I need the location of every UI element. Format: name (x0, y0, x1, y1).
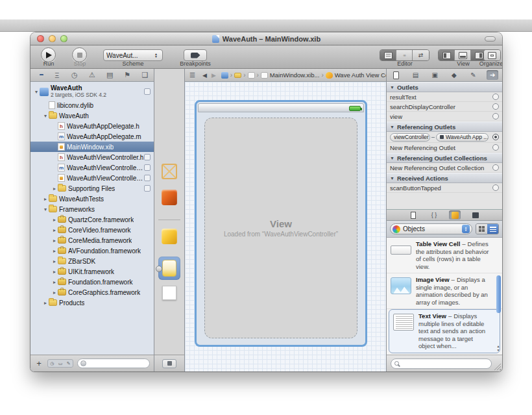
list-view-button[interactable] (487, 224, 498, 234)
project-breadcrumb-icon[interactable] (221, 72, 228, 79)
connections-inspector-tab[interactable]: ➔ (487, 70, 498, 80)
disclosure-triangle-icon[interactable] (51, 258, 58, 264)
interface-builder-canvas[interactable]: View Loaded from “WaveAuthViewController… (185, 82, 386, 371)
standard-editor-button[interactable] (380, 50, 396, 60)
filter-scope-buttons[interactable]: ◷▭✎ (47, 359, 73, 368)
objects-library-tab[interactable] (449, 210, 461, 220)
debug-navigator-tab[interactable]: ▤ (104, 71, 115, 79)
tree-item-project-waveauth[interactable]: WaveAuth2 targets, iOS SDK 4.2 (30, 83, 154, 100)
tree-item-quartzcore[interactable]: QuartzCore.framework (30, 214, 154, 225)
status-bar[interactable] (198, 103, 364, 112)
library-item-image-view[interactable]: Image View–Displays a single image, or a… (387, 273, 502, 309)
attributes-inspector-tab[interactable]: ◆ (448, 70, 460, 80)
titlebar[interactable]: WaveAuth – MainWindow.xib (30, 32, 502, 45)
symbol-navigator-tab[interactable]: Ξ (52, 71, 62, 79)
disclosure-triangle-icon[interactable] (51, 248, 58, 254)
disclosure-triangle-icon[interactable] (51, 227, 58, 233)
new-referencing-outlet-row[interactable]: New Referencing Outlet (387, 143, 502, 153)
breadcrumb-file[interactable]: MainWindow.xib... (270, 71, 320, 79)
disclosure-triangle-icon[interactable] (51, 186, 58, 192)
checkbox[interactable] (144, 164, 151, 171)
search-navigator-tab[interactable]: ◷ (69, 71, 80, 79)
connection-circle[interactable] (492, 113, 499, 119)
checkbox[interactable] (144, 175, 151, 181)
window-resize-grip[interactable] (494, 363, 501, 370)
issue-navigator-tab[interactable]: ⚠ (87, 71, 97, 79)
organizer-button[interactable] (484, 50, 500, 60)
file-templates-library-tab[interactable] (407, 210, 419, 220)
connection-circle[interactable] (492, 184, 499, 191)
new-referencing-outlet-collection-row[interactable]: New Referencing Outlet Collection (387, 163, 502, 173)
tree-item-frameworks[interactable]: Frameworks (30, 204, 154, 214)
outlet-target-pill[interactable]: WaveAuth App ... (436, 133, 489, 142)
tree-item-appdelegate-h[interactable]: WaveAuthAppDelegate.h (30, 121, 154, 131)
outlets-section-header[interactable]: ▼Outlets (387, 82, 502, 92)
log-navigator-tab[interactable]: ❑ (139, 71, 150, 79)
code-snippets-library-tab[interactable]: { } (428, 210, 440, 220)
library-item-table-view-cell[interactable]: Table View Cell–Defines the attributes a… (387, 238, 502, 273)
connection-circle[interactable] (492, 103, 499, 110)
disclosure-triangle-icon[interactable] (51, 279, 58, 285)
main-window-object[interactable]: View Loaded from “WaveAuthViewController… (195, 100, 367, 347)
related-items-button[interactable]: ☰ (187, 71, 197, 79)
view-controller-view-placeholder[interactable]: View Loaded from “WaveAuthViewController… (204, 118, 357, 338)
disclosure-triangle-icon[interactable] (42, 300, 49, 306)
tree-item-viewcontroller-m[interactable]: WaveAuthViewController.m (30, 162, 154, 173)
outlet-row-searchdisplaycontroller[interactable]: searchDisplayController (387, 102, 502, 112)
scheme-selector[interactable]: WaveAut... ▲▼ (103, 49, 163, 61)
received-actions-section-header[interactable]: ▼Received Actions (387, 173, 502, 183)
referencing-outlet-collections-section-header[interactable]: ▼Referencing Outlet Collections (387, 153, 502, 163)
version-editor-button[interactable]: ⇄ (413, 50, 429, 60)
disclosure-triangle-icon[interactable] (51, 290, 58, 296)
tree-item-corevideo[interactable]: CoreVideo.framework (30, 225, 154, 235)
disclosure-triangle-icon[interactable] (51, 217, 58, 223)
disclosure-triangle-icon[interactable] (42, 207, 49, 212)
referencing-outlets-section-header[interactable]: ▼Referencing Outlets (387, 121, 502, 132)
library-scope-dropdown[interactable]: Objects ▲▼ (390, 223, 472, 234)
tree-item-waveauthtests[interactable]: WaveAuthTests (30, 194, 154, 204)
disclosure-triangle-icon[interactable] (42, 196, 49, 202)
library-scrollbar-thumb[interactable] (496, 275, 501, 313)
file-breadcrumb-icon[interactable] (248, 72, 255, 79)
tree-item-foundation[interactable]: Foundation.framework (30, 277, 154, 287)
tree-item-viewcontroller-h[interactable]: WaveAuthViewController.h (30, 152, 154, 162)
add-file-button[interactable]: + (34, 358, 43, 368)
first-responder-placeholder[interactable] (162, 190, 177, 205)
tree-item-supporting-files[interactable]: Supporting Files (30, 183, 154, 194)
tree-item-waveauth-group[interactable]: WaveAuth (30, 110, 154, 121)
toolbar-toggle-button[interactable] (485, 36, 496, 42)
navigator-filter-field[interactable] (77, 358, 150, 368)
disclosure-triangle-icon[interactable] (42, 113, 49, 119)
tree-item-appdelegate-m[interactable]: WaveAuthAppDelegate.m (30, 131, 154, 142)
group-breadcrumb-icon[interactable] (234, 73, 241, 78)
disclosure-triangle-icon[interactable] (51, 269, 58, 275)
forward-button[interactable]: ▶ (210, 72, 217, 79)
connection-circle[interactable] (492, 144, 499, 151)
tree-item-products[interactable]: Products (30, 297, 154, 308)
checkbox[interactable] (144, 185, 151, 192)
outlet-row-view[interactable]: view (387, 112, 502, 121)
disclosure-triangle-icon[interactable] (51, 238, 58, 244)
outlet-row-resulttext[interactable]: resultText (387, 92, 502, 102)
files-owner-placeholder[interactable] (162, 164, 177, 179)
tree-item-coremedia[interactable]: CoreMedia.framework (30, 235, 154, 245)
back-button[interactable]: ◀ (201, 72, 208, 79)
library-search-field[interactable] (391, 358, 492, 369)
grid-view-button[interactable] (476, 224, 487, 234)
tree-item-libiconv[interactable]: libiconv.dylib (30, 100, 154, 110)
view-controller-object-selected[interactable] (158, 257, 180, 280)
breakpoints-button[interactable] (184, 49, 207, 61)
disclosure-triangle-icon[interactable] (33, 89, 40, 95)
file-inspector-tab[interactable] (391, 70, 402, 80)
checkbox[interactable] (144, 88, 151, 95)
library-item-text-view[interactable]: Text View–Displays multiple lines of edi… (389, 309, 500, 353)
checkbox[interactable] (144, 154, 151, 160)
toggle-navigator-button[interactable] (439, 50, 455, 60)
tree-item-uikit[interactable]: UIKit.framework (30, 266, 154, 277)
connection-circle[interactable] (492, 164, 499, 171)
tree-item-avfoundation[interactable]: AVFoundation.framework (30, 245, 154, 256)
app-delegate-object[interactable] (162, 229, 177, 244)
scroll-arrows[interactable]: ▲▼ (496, 344, 501, 352)
identity-inspector-tab[interactable]: ▣ (429, 70, 441, 80)
breakpoint-navigator-tab[interactable]: ⚑ (122, 71, 132, 79)
